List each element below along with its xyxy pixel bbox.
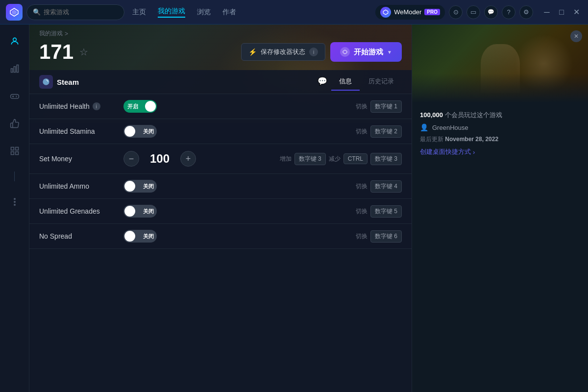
modifier-ammo-hotkey-key[interactable]: 数字键 4 <box>370 180 402 193</box>
user-badge[interactable]: WeModer PRO <box>375 5 445 20</box>
modifier-grenades-name: Unlimited Grenades <box>39 207 118 215</box>
svg-point-10 <box>14 201 16 203</box>
right-info-panel: ✕ 100,000 个会员玩过这个游戏 👤 GreenHo <box>412 24 588 392</box>
modifier-health-name: Unlimited Health i <box>39 102 118 110</box>
money-ctrl-key[interactable]: CTRL <box>343 153 368 164</box>
window-controls: ─ □ ✕ <box>541 6 582 18</box>
sidebar-chart-icon[interactable] <box>6 60 24 77</box>
author-icon: 👤 <box>420 123 428 131</box>
content-wrapper: 我的游戏 > 171 ☆ ⚡ 保存修改器状态 i <box>29 24 588 392</box>
platform-name: Steam <box>57 78 79 86</box>
author-name: GreenHouse <box>432 124 468 131</box>
search-box[interactable]: 🔍 <box>26 4 124 20</box>
modifier-ammo-toggle[interactable]: 关闭 <box>123 180 157 193</box>
money-sub-key[interactable]: 数字键 3 <box>370 153 402 165</box>
create-shortcut-btn[interactable]: 创建桌面快捷方式 › <box>420 147 580 156</box>
search-input[interactable] <box>44 8 117 16</box>
settings-icon-btn[interactable]: ⚙ <box>519 5 533 19</box>
save-status-button[interactable]: ⚡ 保存修改器状态 i <box>241 43 325 61</box>
nav-author[interactable]: 作者 <box>222 8 236 17</box>
modifier-spread-toggle-label: 关闭 <box>143 233 154 240</box>
modifier-stamina-name: Unlimited Stamina <box>39 127 118 135</box>
modifier-ammo-toggle-label: 关闭 <box>143 183 154 190</box>
breadcrumb-separator: > <box>65 30 68 37</box>
sidebar-grid-icon[interactable] <box>6 142 24 160</box>
sidebar-divider <box>14 172 15 181</box>
content-area: 我的游戏 > 171 ☆ ⚡ 保存修改器状态 i <box>29 24 412 249</box>
pro-badge: PRO <box>424 9 440 15</box>
modifier-spread-hotkeys: 切换 数字键 6 <box>356 230 402 243</box>
modifier-stamina-hotkey-type: 切换 <box>356 127 368 136</box>
panel-stats: 100,000 个会员玩过这个游戏 <box>420 111 580 120</box>
search-icon: 🔍 <box>33 8 41 16</box>
modifier-grenades-hotkey-key[interactable]: 数字键 5 <box>370 205 402 218</box>
modifier-row-health: Unlimited Health i 开启 切换 数字键 1 <box>29 94 412 119</box>
modifier-spread-knob <box>124 231 135 242</box>
tabs-row: Steam 💬 信息 历史记录 <box>29 70 412 94</box>
help-icon-btn[interactable]: ? <box>502 5 515 19</box>
main-nav: 主页 我的游戏 浏览 作者 <box>132 7 236 18</box>
money-add-label: 增加 <box>280 155 292 163</box>
save-status-label: 保存修改器状态 <box>261 48 305 56</box>
modifier-grenades-knob <box>124 206 135 217</box>
sidebar-user-icon[interactable] <box>6 32 24 50</box>
game-number: 171 <box>39 42 74 62</box>
money-hotkeys: 增加 数字键 3 减少 CTRL 数字键 3 <box>280 153 402 165</box>
start-btn-logo <box>340 47 350 57</box>
nav-my-games[interactable]: 我的游戏 <box>158 7 185 18</box>
money-decrement-btn[interactable]: − <box>123 151 139 167</box>
save-status-info-icon[interactable]: i <box>309 48 318 56</box>
svg-point-12 <box>43 78 49 85</box>
last-updated-date: November 28, 2022 <box>445 136 498 143</box>
breadcrumb-link[interactable]: 我的游戏 <box>39 29 63 38</box>
main-layout: 我的游戏 > 171 ☆ ⚡ 保存修改器状态 i <box>0 24 588 392</box>
svg-rect-2 <box>14 67 15 73</box>
tab-info[interactable]: 信息 <box>331 73 360 91</box>
favorite-star-icon[interactable]: ☆ <box>79 46 88 58</box>
modifier-stamina-hotkey-key[interactable]: 数字键 2 <box>370 125 402 138</box>
panel-hero-overlay <box>412 74 588 103</box>
modifier-stamina-knob <box>124 126 135 137</box>
panel-date: 最后更新 November 28, 2022 <box>420 135 580 144</box>
modifier-row-stamina: Unlimited Stamina 关闭 切换 数字键 2 <box>29 119 412 144</box>
panel-close-btn[interactable]: ✕ <box>570 30 582 42</box>
close-btn[interactable]: ✕ <box>570 6 582 18</box>
modifier-spread-hotkey-type: 切换 <box>356 232 368 241</box>
dropdown-arrow-icon: ▼ <box>387 49 392 55</box>
profile-icon-btn[interactable]: ⊙ <box>449 5 463 19</box>
nav-browse[interactable]: 浏览 <box>197 8 211 17</box>
platform-section: Steam <box>39 70 79 94</box>
wallet-icon-btn[interactable]: ▭ <box>466 5 480 19</box>
modifier-ammo-knob <box>124 181 135 192</box>
modifier-stamina-toggle[interactable]: 关闭 <box>123 125 157 138</box>
modifier-grenades-toggle[interactable]: 关闭 <box>123 205 157 218</box>
modifier-spread-hotkey-key[interactable]: 数字键 6 <box>370 230 402 243</box>
modifier-health-toggle[interactable]: 开启 <box>123 100 157 113</box>
discord-icon-btn[interactable]: 💬 <box>484 5 498 19</box>
sidebar-thumb-icon[interactable] <box>6 115 24 132</box>
modifier-health-toggle-label: 开启 <box>127 103 138 110</box>
money-add-key[interactable]: 数字键 3 <box>294 153 326 165</box>
sidebar-controller-icon[interactable] <box>6 87 24 105</box>
modifier-health-hotkey-key[interactable]: 数字键 1 <box>370 100 402 113</box>
modifier-money-name: Set Money <box>39 155 118 163</box>
members-count-text: 100,000 个会员玩过这个游戏 <box>420 111 502 120</box>
user-logo-icon <box>380 7 391 18</box>
tab-history[interactable]: 历史记录 <box>361 73 402 91</box>
chat-icon-btn[interactable]: 💬 <box>315 73 330 89</box>
shortcut-arrow-icon: › <box>473 148 475 156</box>
svg-rect-4 <box>10 95 19 98</box>
minimize-btn[interactable]: ─ <box>541 6 553 18</box>
modifier-spread-name: No Spread <box>39 232 118 240</box>
modifier-spread-toggle[interactable]: 关闭 <box>123 230 157 243</box>
nav-home[interactable]: 主页 <box>132 8 146 17</box>
start-game-button[interactable]: 开始游戏 ▼ <box>330 42 402 62</box>
username: WeModer <box>394 8 421 16</box>
modifier-health-info-icon[interactable]: i <box>93 102 100 110</box>
svg-rect-7 <box>11 152 14 155</box>
modifier-ammo-hotkey-type: 切换 <box>356 182 368 191</box>
money-increment-btn[interactable]: + <box>180 151 196 167</box>
sidebar-extra-icon[interactable] <box>6 193 24 211</box>
maximize-btn[interactable]: □ <box>556 6 567 18</box>
app-logo <box>6 4 23 21</box>
